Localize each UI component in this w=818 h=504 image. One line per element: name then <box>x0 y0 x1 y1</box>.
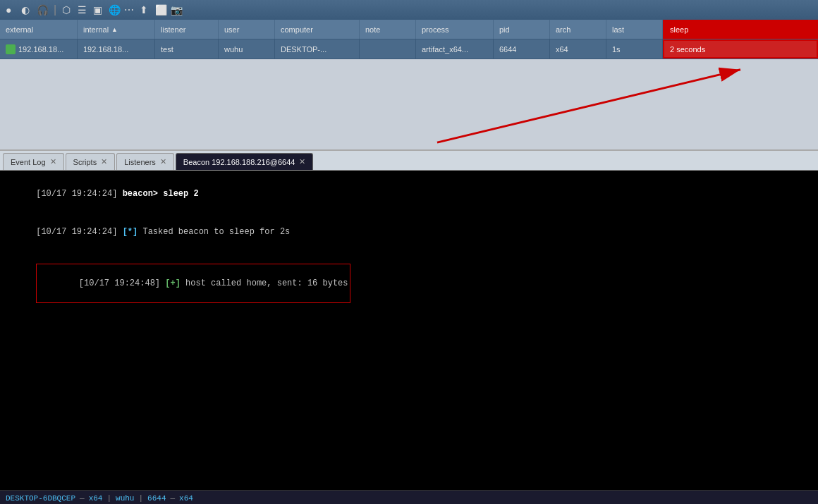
beacon-status-icon <box>6 44 16 54</box>
status-pid: 6644 <box>147 494 166 503</box>
status-sep2: — <box>170 494 175 503</box>
tab-scripts-label: Scripts <box>73 158 97 166</box>
globe-icon[interactable]: 🌐 <box>109 4 120 16</box>
svg-line-1 <box>437 70 740 142</box>
col-process[interactable]: process <box>416 20 494 39</box>
display-icon[interactable]: ⬜ <box>155 4 166 16</box>
status-sep1: — <box>80 494 85 503</box>
cell-computer: DESKTOP-... <box>275 39 360 59</box>
cell-user: wuhu <box>219 39 275 59</box>
col-computer[interactable]: computer <box>275 20 360 39</box>
camera-icon[interactable]: 📷 <box>171 4 182 16</box>
main-content: [10/17 19:24:24] beacon> sleep 2 [10/17 … <box>0 171 818 504</box>
cell-last: 1s <box>606 39 663 59</box>
status-pipe2: | <box>138 494 143 503</box>
col-external[interactable]: external <box>0 20 78 39</box>
tab-event-log-close[interactable]: ✕ <box>50 158 56 166</box>
cell-listener: test <box>155 39 219 59</box>
cell-pid: 6644 <box>494 39 550 59</box>
status-computer: DESKTOP-6DBQCEP <box>6 494 75 503</box>
col-last[interactable]: last <box>606 20 663 39</box>
highlighted-line-box: [10/17 19:24:48] [+] host called home, s… <box>36 264 350 303</box>
terminal-line-1: [10/17 19:24:24] beacon> sleep 2 <box>6 175 812 213</box>
tab-scripts-close[interactable]: ✕ <box>101 158 107 166</box>
close-icon[interactable]: ● <box>6 4 17 16</box>
tab-listeners-label: Listeners <box>124 158 156 166</box>
col-sleep[interactable]: sleep <box>663 20 818 39</box>
table-header: external internal ▲ listener user comput… <box>0 20 818 39</box>
dots-icon[interactable]: ⋯ <box>124 4 135 16</box>
col-internal[interactable]: internal ▲ <box>78 20 155 39</box>
col-pid[interactable]: pid <box>494 20 550 39</box>
status-arch1: x64 <box>89 494 103 503</box>
col-arch[interactable]: arch <box>550 20 606 39</box>
tab-listeners[interactable]: Listeners ✕ <box>116 153 174 170</box>
tab-beacon-label: Beacon 192.168.188.216@6644 <box>183 158 295 166</box>
upload-icon[interactable]: ⬆ <box>140 4 151 16</box>
cell-note <box>360 39 416 59</box>
status-arch2: x64 <box>179 494 193 503</box>
col-listener[interactable]: listener <box>155 20 219 39</box>
status-pipe1: | <box>106 494 111 503</box>
sort-asc-icon: ▲ <box>111 26 118 33</box>
tab-event-log[interactable]: Event Log ✕ <box>3 153 64 170</box>
cell-external: 192.168.18... <box>0 39 78 59</box>
separator: | <box>54 4 56 16</box>
cell-internal: 192.168.18... <box>78 39 155 59</box>
col-user[interactable]: user <box>219 20 275 39</box>
table-row[interactable]: 192.168.18... 192.168.18... test wuhu DE… <box>0 39 818 59</box>
terminal-line-3: [10/17 19:24:48] [+] host called home, s… <box>6 251 812 316</box>
cell-sleep: 2 seconds <box>663 39 818 59</box>
cell-process: artifact_x64... <box>416 39 494 59</box>
menu-icon[interactable]: ☰ <box>78 4 89 16</box>
tabs-bar: Event Log ✕ Scripts ✕ Listeners ✕ Beacon… <box>0 151 818 171</box>
minimize-icon[interactable]: ◐ <box>21 4 32 16</box>
terminal-output[interactable]: [10/17 19:24:24] beacon> sleep 2 [10/17 … <box>0 171 818 490</box>
headphones-icon[interactable]: 🎧 <box>37 4 48 16</box>
col-note[interactable]: note <box>360 20 416 39</box>
monitor-icon[interactable]: ▣ <box>93 4 104 16</box>
tab-listeners-close[interactable]: ✕ <box>160 158 166 166</box>
spacer-area <box>0 59 818 151</box>
annotation-arrow <box>0 59 818 149</box>
terminal-line-2: [10/17 19:24:24] [*] Tasked beacon to sl… <box>6 213 812 251</box>
tab-beacon[interactable]: Beacon 192.168.188.216@6644 ✕ <box>176 153 314 170</box>
tab-beacon-close[interactable]: ✕ <box>299 158 305 166</box>
title-bar: ● ◐ 🎧 | ⬡ ☰ ▣ 🌐 ⋯ ⬆ ⬜ 📷 <box>0 0 818 20</box>
cell-arch: x64 <box>550 39 606 59</box>
share-icon[interactable]: ⬡ <box>62 4 73 16</box>
tab-scripts[interactable]: Scripts ✕ <box>66 153 116 170</box>
status-user: wuhu <box>116 494 134 503</box>
tab-event-log-label: Event Log <box>11 158 46 166</box>
status-bar: DESKTOP-6DBQCEP — x64 | wuhu | 6644 — x6… <box>0 490 818 504</box>
